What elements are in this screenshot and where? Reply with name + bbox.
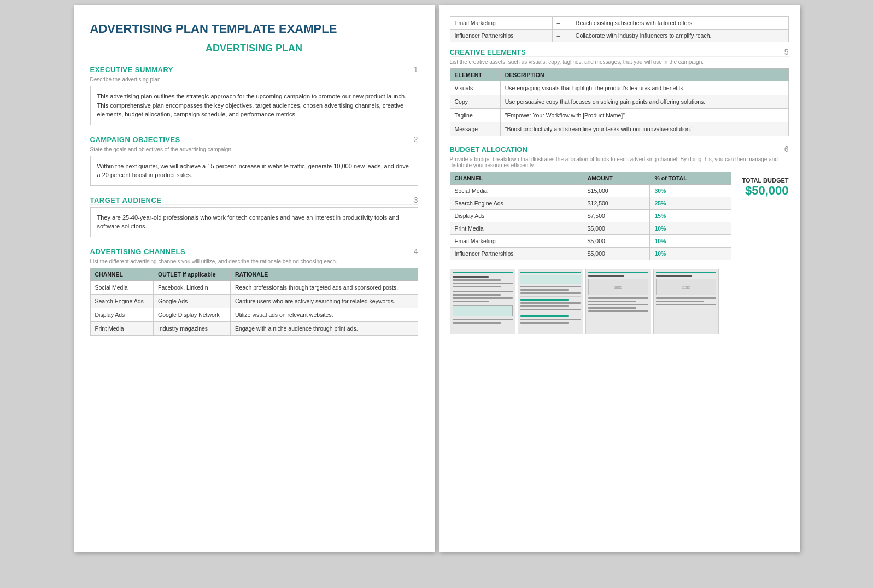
right-page: Email Marketing–Reach existing subscribe… xyxy=(439,5,800,552)
creative-title: CREATIVE ELEMENTS xyxy=(450,48,526,56)
content-campaign: Within the next quarter, we will achieve… xyxy=(90,156,418,186)
budget-title: BUDGET ALLOCATION xyxy=(450,145,528,154)
table-row: Influencer Partnerships–Collaborate with… xyxy=(450,30,788,42)
section-desc-campaign: State the goals and objectives of the ad… xyxy=(90,146,418,152)
section-number-target: 3 xyxy=(414,196,418,204)
section-executive-summary: EXECUTIVE SUMMARY 1 Describe the adverti… xyxy=(90,65,418,125)
col-rationale: RATIONALE xyxy=(230,268,418,280)
section-budget-allocation: BUDGET ALLOCATION 6 Provide a budget bre… xyxy=(450,145,789,260)
table-row: Influencer Partnerships$5,00010% xyxy=(450,248,731,260)
table-row: Search Engine AdsGoogle AdsCapture users… xyxy=(90,294,418,308)
col-outlet: OUTLET if applicable xyxy=(154,268,231,280)
section-number-executive: 1 xyxy=(414,65,418,74)
budget-col-channel: CHANNEL xyxy=(450,172,583,185)
table-row: CopyUse persuasive copy that focuses on … xyxy=(450,95,788,109)
table-row: Social MediaFacebook, LinkedInReach prof… xyxy=(90,280,418,294)
content-executive: This advertising plan outlines the strat… xyxy=(90,86,418,125)
budget-table: CHANNEL AMOUNT % of TOTAL Social Media$1… xyxy=(450,172,731,260)
budget-col-amount: AMOUNT xyxy=(583,172,650,185)
section-title-channels: ADVERTISING CHANNELS xyxy=(90,248,186,256)
creative-table: ELEMENT DESCRIPTION VisualsUse engaging … xyxy=(450,68,789,136)
table-row: Print MediaIndustry magazinesEngage with… xyxy=(90,321,418,335)
section-header: EXECUTIVE SUMMARY 1 xyxy=(90,65,418,74)
table-row: Display AdsGoogle Display NetworkUtilize… xyxy=(90,308,418,321)
section-campaign-objectives: CAMPAIGN OBJECTIVES 2 State the goals an… xyxy=(90,135,418,186)
total-budget-value: $50,000 xyxy=(742,184,789,198)
section-target-audience: TARGET AUDIENCE 3 They are 25-40-year-ol… xyxy=(90,196,418,237)
creative-desc: List the creative assets, such as visual… xyxy=(450,59,789,65)
table-row: Print Media$5,00010% xyxy=(450,222,731,235)
content-target: They are 25-40-year-old professionals wh… xyxy=(90,207,418,237)
section-header-target: TARGET AUDIENCE 3 xyxy=(90,196,418,205)
section-creative-elements: CREATIVE ELEMENTS 5 List the creative as… xyxy=(450,48,789,136)
top-continuation-table: Email Marketing–Reach existing subscribe… xyxy=(450,16,789,42)
section-title-executive: EXECUTIVE SUMMARY xyxy=(90,66,173,74)
creative-col-description: DESCRIPTION xyxy=(500,69,788,81)
thumbnail-4: table xyxy=(653,269,719,334)
table-row: Email Marketing–Reach existing subscribe… xyxy=(450,17,788,30)
col-channel: CHANNEL xyxy=(90,268,154,280)
thumbnail-strip: table table xyxy=(450,269,789,334)
section-header-campaign: CAMPAIGN OBJECTIVES 2 xyxy=(90,135,418,144)
table-row: Search Engine Ads$12,50025% xyxy=(450,197,731,210)
table-row: VisualsUse engaging visuals that highlig… xyxy=(450,81,788,95)
thumbnail-1 xyxy=(450,269,515,334)
table-row: Display Ads$7,50015% xyxy=(450,210,731,222)
section-number-channels: 4 xyxy=(414,247,418,256)
total-budget-box: TOTAL BUDGET $50,000 xyxy=(742,177,789,198)
budget-desc: Provide a budget breakdown that illustra… xyxy=(450,156,789,168)
channels-table: CHANNEL OUTLET if applicable RATIONALE S… xyxy=(90,268,418,336)
sub-title: ADVERTISING PLAN xyxy=(90,43,418,54)
section-header-channels: ADVERTISING CHANNELS 4 xyxy=(90,247,418,256)
table-row: Social Media$15,00030% xyxy=(450,185,731,197)
table-row: Message"Boost productivity and streamlin… xyxy=(450,122,788,136)
section-advertising-channels: ADVERTISING CHANNELS 4 List the differen… xyxy=(90,247,418,336)
creative-header: CREATIVE ELEMENTS 5 xyxy=(450,48,789,57)
thumbnail-2 xyxy=(518,269,583,334)
table-row: Tagline"Empower Your Workflow with [Prod… xyxy=(450,109,788,122)
thumbnail-3: table xyxy=(585,269,651,334)
creative-number: 5 xyxy=(784,48,789,56)
creative-col-element: ELEMENT xyxy=(450,69,500,81)
section-desc-channels: List the different advertising channels … xyxy=(90,258,418,264)
section-number-campaign: 2 xyxy=(414,135,418,144)
section-title-target: TARGET AUDIENCE xyxy=(90,196,162,204)
section-title-campaign: CAMPAIGN OBJECTIVES xyxy=(90,136,180,144)
total-budget-label: TOTAL BUDGET xyxy=(742,177,789,184)
pages-container: ADVERTISING PLAN TEMPLATE EXAMPLE ADVERT… xyxy=(74,5,800,552)
budget-header: BUDGET ALLOCATION 6 xyxy=(450,145,789,154)
left-page: ADVERTISING PLAN TEMPLATE EXAMPLE ADVERT… xyxy=(74,5,435,552)
section-desc-executive: Describe the advertising plan. xyxy=(90,77,418,83)
main-title: ADVERTISING PLAN TEMPLATE EXAMPLE xyxy=(90,22,418,36)
table-row: Email Marketing$5,00010% xyxy=(450,235,731,248)
budget-number: 6 xyxy=(784,145,789,154)
budget-col-pct: % of TOTAL xyxy=(650,172,731,185)
